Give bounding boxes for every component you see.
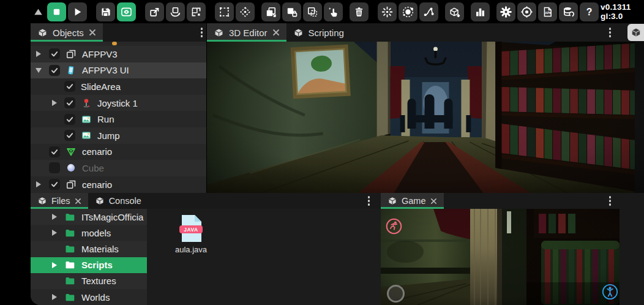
game-viewport[interactable] — [381, 209, 620, 305]
tab-game[interactable]: Game — [381, 193, 444, 209]
folder-row[interactable]: Textures — [31, 273, 147, 289]
object-label: cenario — [82, 146, 112, 157]
tab-files[interactable]: Files — [31, 193, 88, 209]
rect-select-button[interactable] — [215, 2, 234, 21]
stats-button[interactable] — [471, 2, 490, 21]
close-tab-icon[interactable] — [272, 29, 280, 36]
file-item[interactable]: JAVA aula.java — [169, 214, 213, 254]
game-menu-button[interactable] — [605, 193, 615, 209]
object-label: Run — [97, 114, 114, 124]
objects-panel: Objects AFPPV3 AFPPV3 UI — [31, 23, 206, 193]
close-tab-icon[interactable] — [430, 198, 437, 205]
folder-row-selected[interactable]: Scripts — [31, 257, 147, 273]
expand-arrow-icon[interactable] — [51, 262, 58, 268]
duplicate-lock-button[interactable] — [282, 2, 301, 21]
svg-text:APK: APK — [545, 11, 552, 15]
object-row[interactable]: cenario — [31, 144, 206, 160]
tap-add-button[interactable] — [324, 2, 343, 21]
folder-row[interactable]: Worlds — [31, 289, 147, 305]
object-row[interactable]: Cube — [31, 160, 206, 176]
flare-icon — [381, 6, 394, 18]
rotate-tool-icon — [169, 6, 182, 18]
visibility-checkbox[interactable] — [64, 130, 75, 141]
compass-button[interactable] — [517, 2, 536, 21]
collapse-toolbar-button[interactable] — [31, 2, 45, 21]
tab-3d-editor[interactable]: 3D Editor — [207, 23, 286, 42]
collapse-arrow-icon[interactable] — [36, 68, 42, 73]
editor-panel: 3D Editor Scripting — [207, 23, 644, 193]
close-tab-icon[interactable] — [89, 29, 96, 36]
collapsed-panel-button[interactable] — [627, 24, 644, 41]
tab-label: Files — [51, 196, 70, 206]
flare-button[interactable] — [378, 2, 397, 21]
expand-arrow-icon[interactable] — [51, 230, 58, 236]
files-menu-button[interactable] — [364, 193, 374, 209]
apk-export-button[interactable]: APK — [538, 2, 557, 21]
visibility-checkbox[interactable] — [49, 146, 60, 157]
help-button[interactable]: ? — [580, 2, 599, 21]
scene-viewport[interactable] — [207, 42, 644, 193]
scene-view-button[interactable] — [117, 2, 136, 21]
expand-arrow-icon[interactable] — [36, 181, 42, 187]
rotate-tool-button[interactable] — [166, 2, 185, 21]
phone-icon — [66, 65, 77, 76]
delete-button[interactable] — [350, 2, 369, 21]
free-transform-icon — [239, 6, 252, 18]
expand-arrow-icon[interactable] — [51, 214, 58, 220]
scrolled-row-sliver — [31, 42, 206, 46]
tab-label: Scripting — [309, 28, 344, 38]
expand-arrow-icon[interactable] — [51, 100, 58, 106]
run-speed-indicator[interactable] — [386, 218, 402, 235]
tab-label: Objects — [53, 28, 84, 38]
joystick-icon — [81, 97, 92, 108]
settings-button[interactable] — [496, 2, 515, 21]
accessibility-button[interactable] — [602, 284, 618, 300]
duplicate-button[interactable] — [261, 2, 280, 21]
game-render — [381, 209, 620, 305]
editor-menu-button[interactable] — [605, 23, 615, 42]
visibility-checkbox[interactable] — [49, 48, 60, 59]
save-icon — [99, 6, 112, 18]
move-tool-button[interactable] — [145, 2, 164, 21]
objects-menu-button[interactable] — [197, 23, 207, 42]
object-label: Joystick 1 — [97, 98, 138, 108]
scale-tool-button[interactable] — [187, 2, 206, 21]
visibility-checkbox-unchecked[interactable] — [49, 162, 60, 173]
expand-arrow-icon[interactable] — [51, 294, 58, 300]
visibility-checkbox[interactable] — [49, 179, 60, 190]
object-row[interactable]: Run — [31, 111, 206, 127]
panel-box-icon — [631, 27, 642, 38]
gear-icon — [500, 6, 512, 18]
tab-objects[interactable]: Objects — [31, 23, 103, 42]
virtual-joystick[interactable] — [387, 285, 405, 303]
expand-arrow-icon[interactable] — [36, 51, 42, 57]
tab-scripting[interactable]: Scripting — [286, 23, 351, 42]
object-row[interactable]: Joystick 1 — [31, 95, 206, 111]
duplicate-ghost-button[interactable] — [303, 2, 322, 21]
folder-row[interactable]: ITsMagicOfficia — [31, 209, 147, 225]
visibility-checkbox[interactable] — [49, 65, 60, 76]
close-tab-icon[interactable] — [75, 198, 81, 205]
free-transform-button[interactable] — [236, 2, 255, 21]
image-icon — [81, 114, 92, 125]
node-path-button[interactable] — [419, 2, 438, 21]
play-button[interactable] — [68, 2, 87, 21]
stop-button[interactable] — [47, 2, 66, 21]
tap-add-icon — [327, 6, 340, 18]
data-sync-button[interactable] — [559, 2, 578, 21]
save-button[interactable] — [96, 2, 115, 21]
visibility-checkbox[interactable] — [64, 81, 75, 92]
visibility-checkbox[interactable] — [64, 114, 75, 125]
object-row[interactable]: Jump — [31, 127, 206, 144]
folder-row[interactable]: Materials — [31, 241, 147, 257]
object-row[interactable]: SlideArea — [31, 78, 206, 95]
visibility-checkbox[interactable] — [64, 97, 75, 108]
tab-console[interactable]: Console — [88, 193, 148, 209]
folder-row[interactable]: models — [31, 225, 147, 241]
object-row-selected[interactable]: AFPPV3 UI — [31, 62, 206, 79]
orbit-button[interactable] — [399, 2, 417, 21]
object-row[interactable]: AFPPV3 — [31, 46, 206, 62]
add-object-button[interactable] — [445, 2, 464, 21]
tab-label: Game — [402, 196, 426, 206]
object-row[interactable]: cenario — [31, 176, 206, 193]
